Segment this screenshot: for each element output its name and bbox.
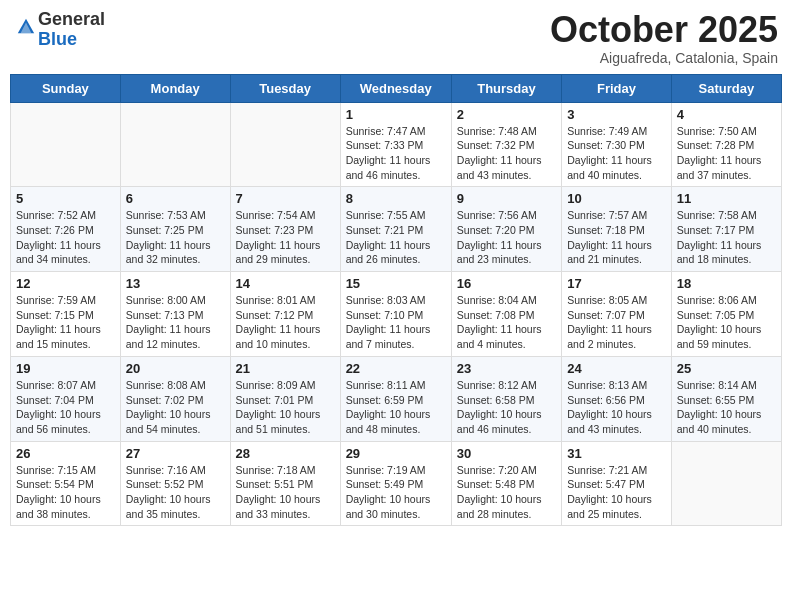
day-info: Sunrise: 7:54 AM Sunset: 7:23 PM Dayligh… bbox=[236, 208, 335, 267]
day-cell: 18Sunrise: 8:06 AM Sunset: 7:05 PM Dayli… bbox=[671, 272, 781, 357]
day-info: Sunrise: 8:14 AM Sunset: 6:55 PM Dayligh… bbox=[677, 378, 776, 437]
week-row-3: 12Sunrise: 7:59 AM Sunset: 7:15 PM Dayli… bbox=[11, 272, 782, 357]
day-cell: 14Sunrise: 8:01 AM Sunset: 7:12 PM Dayli… bbox=[230, 272, 340, 357]
day-cell: 3Sunrise: 7:49 AM Sunset: 7:30 PM Daylig… bbox=[562, 102, 672, 187]
day-info: Sunrise: 7:53 AM Sunset: 7:25 PM Dayligh… bbox=[126, 208, 225, 267]
day-info: Sunrise: 7:57 AM Sunset: 7:18 PM Dayligh… bbox=[567, 208, 666, 267]
day-info: Sunrise: 7:15 AM Sunset: 5:54 PM Dayligh… bbox=[16, 463, 115, 522]
day-info: Sunrise: 8:00 AM Sunset: 7:13 PM Dayligh… bbox=[126, 293, 225, 352]
day-info: Sunrise: 8:05 AM Sunset: 7:07 PM Dayligh… bbox=[567, 293, 666, 352]
day-cell: 8Sunrise: 7:55 AM Sunset: 7:21 PM Daylig… bbox=[340, 187, 451, 272]
weekday-header-saturday: Saturday bbox=[671, 74, 781, 102]
day-info: Sunrise: 7:19 AM Sunset: 5:49 PM Dayligh… bbox=[346, 463, 446, 522]
week-row-2: 5Sunrise: 7:52 AM Sunset: 7:26 PM Daylig… bbox=[11, 187, 782, 272]
day-info: Sunrise: 8:01 AM Sunset: 7:12 PM Dayligh… bbox=[236, 293, 335, 352]
day-number: 24 bbox=[567, 361, 666, 376]
day-cell: 29Sunrise: 7:19 AM Sunset: 5:49 PM Dayli… bbox=[340, 441, 451, 526]
day-cell bbox=[230, 102, 340, 187]
day-info: Sunrise: 7:55 AM Sunset: 7:21 PM Dayligh… bbox=[346, 208, 446, 267]
day-cell: 26Sunrise: 7:15 AM Sunset: 5:54 PM Dayli… bbox=[11, 441, 121, 526]
day-cell: 21Sunrise: 8:09 AM Sunset: 7:01 PM Dayli… bbox=[230, 356, 340, 441]
day-info: Sunrise: 7:20 AM Sunset: 5:48 PM Dayligh… bbox=[457, 463, 556, 522]
day-cell bbox=[11, 102, 121, 187]
day-info: Sunrise: 8:07 AM Sunset: 7:04 PM Dayligh… bbox=[16, 378, 115, 437]
day-number: 18 bbox=[677, 276, 776, 291]
day-number: 28 bbox=[236, 446, 335, 461]
day-cell: 30Sunrise: 7:20 AM Sunset: 5:48 PM Dayli… bbox=[451, 441, 561, 526]
day-cell: 10Sunrise: 7:57 AM Sunset: 7:18 PM Dayli… bbox=[562, 187, 672, 272]
day-cell: 7Sunrise: 7:54 AM Sunset: 7:23 PM Daylig… bbox=[230, 187, 340, 272]
day-number: 25 bbox=[677, 361, 776, 376]
day-number: 29 bbox=[346, 446, 446, 461]
day-number: 5 bbox=[16, 191, 115, 206]
logo: General Blue bbox=[14, 10, 105, 50]
day-number: 7 bbox=[236, 191, 335, 206]
day-info: Sunrise: 8:11 AM Sunset: 6:59 PM Dayligh… bbox=[346, 378, 446, 437]
day-info: Sunrise: 7:52 AM Sunset: 7:26 PM Dayligh… bbox=[16, 208, 115, 267]
logo-general-text: General bbox=[38, 9, 105, 29]
day-info: Sunrise: 7:59 AM Sunset: 7:15 PM Dayligh… bbox=[16, 293, 115, 352]
day-cell: 16Sunrise: 8:04 AM Sunset: 7:08 PM Dayli… bbox=[451, 272, 561, 357]
weekday-header-row: SundayMondayTuesdayWednesdayThursdayFrid… bbox=[11, 74, 782, 102]
day-cell: 5Sunrise: 7:52 AM Sunset: 7:26 PM Daylig… bbox=[11, 187, 121, 272]
week-row-5: 26Sunrise: 7:15 AM Sunset: 5:54 PM Dayli… bbox=[11, 441, 782, 526]
day-cell: 23Sunrise: 8:12 AM Sunset: 6:58 PM Dayli… bbox=[451, 356, 561, 441]
day-number: 13 bbox=[126, 276, 225, 291]
weekday-header-tuesday: Tuesday bbox=[230, 74, 340, 102]
day-info: Sunrise: 8:06 AM Sunset: 7:05 PM Dayligh… bbox=[677, 293, 776, 352]
weekday-header-sunday: Sunday bbox=[11, 74, 121, 102]
day-cell: 4Sunrise: 7:50 AM Sunset: 7:28 PM Daylig… bbox=[671, 102, 781, 187]
day-cell: 12Sunrise: 7:59 AM Sunset: 7:15 PM Dayli… bbox=[11, 272, 121, 357]
day-cell: 19Sunrise: 8:07 AM Sunset: 7:04 PM Dayli… bbox=[11, 356, 121, 441]
weekday-header-wednesday: Wednesday bbox=[340, 74, 451, 102]
day-cell: 20Sunrise: 8:08 AM Sunset: 7:02 PM Dayli… bbox=[120, 356, 230, 441]
week-row-1: 1Sunrise: 7:47 AM Sunset: 7:33 PM Daylig… bbox=[11, 102, 782, 187]
day-number: 23 bbox=[457, 361, 556, 376]
day-number: 8 bbox=[346, 191, 446, 206]
day-number: 16 bbox=[457, 276, 556, 291]
day-number: 14 bbox=[236, 276, 335, 291]
day-number: 19 bbox=[16, 361, 115, 376]
week-row-4: 19Sunrise: 8:07 AM Sunset: 7:04 PM Dayli… bbox=[11, 356, 782, 441]
day-number: 6 bbox=[126, 191, 225, 206]
day-info: Sunrise: 7:48 AM Sunset: 7:32 PM Dayligh… bbox=[457, 124, 556, 183]
day-number: 15 bbox=[346, 276, 446, 291]
day-cell: 27Sunrise: 7:16 AM Sunset: 5:52 PM Dayli… bbox=[120, 441, 230, 526]
day-number: 17 bbox=[567, 276, 666, 291]
day-info: Sunrise: 8:13 AM Sunset: 6:56 PM Dayligh… bbox=[567, 378, 666, 437]
day-number: 3 bbox=[567, 107, 666, 122]
day-number: 20 bbox=[126, 361, 225, 376]
day-cell: 22Sunrise: 8:11 AM Sunset: 6:59 PM Dayli… bbox=[340, 356, 451, 441]
day-cell: 11Sunrise: 7:58 AM Sunset: 7:17 PM Dayli… bbox=[671, 187, 781, 272]
day-info: Sunrise: 7:56 AM Sunset: 7:20 PM Dayligh… bbox=[457, 208, 556, 267]
day-cell: 17Sunrise: 8:05 AM Sunset: 7:07 PM Dayli… bbox=[562, 272, 672, 357]
day-info: Sunrise: 7:50 AM Sunset: 7:28 PM Dayligh… bbox=[677, 124, 776, 183]
day-info: Sunrise: 7:58 AM Sunset: 7:17 PM Dayligh… bbox=[677, 208, 776, 267]
day-cell: 28Sunrise: 7:18 AM Sunset: 5:51 PM Dayli… bbox=[230, 441, 340, 526]
weekday-header-monday: Monday bbox=[120, 74, 230, 102]
day-cell: 1Sunrise: 7:47 AM Sunset: 7:33 PM Daylig… bbox=[340, 102, 451, 187]
day-number: 27 bbox=[126, 446, 225, 461]
page-header: General Blue October 2025 Aiguafreda, Ca… bbox=[10, 10, 782, 66]
day-number: 30 bbox=[457, 446, 556, 461]
day-cell bbox=[120, 102, 230, 187]
day-number: 11 bbox=[677, 191, 776, 206]
day-cell bbox=[671, 441, 781, 526]
calendar-table: SundayMondayTuesdayWednesdayThursdayFrid… bbox=[10, 74, 782, 527]
day-info: Sunrise: 8:08 AM Sunset: 7:02 PM Dayligh… bbox=[126, 378, 225, 437]
day-info: Sunrise: 8:09 AM Sunset: 7:01 PM Dayligh… bbox=[236, 378, 335, 437]
day-number: 10 bbox=[567, 191, 666, 206]
day-info: Sunrise: 8:04 AM Sunset: 7:08 PM Dayligh… bbox=[457, 293, 556, 352]
month-title: October 2025 bbox=[550, 10, 778, 50]
day-info: Sunrise: 8:12 AM Sunset: 6:58 PM Dayligh… bbox=[457, 378, 556, 437]
day-number: 9 bbox=[457, 191, 556, 206]
day-info: Sunrise: 7:49 AM Sunset: 7:30 PM Dayligh… bbox=[567, 124, 666, 183]
weekday-header-thursday: Thursday bbox=[451, 74, 561, 102]
day-info: Sunrise: 7:16 AM Sunset: 5:52 PM Dayligh… bbox=[126, 463, 225, 522]
day-cell: 6Sunrise: 7:53 AM Sunset: 7:25 PM Daylig… bbox=[120, 187, 230, 272]
day-number: 12 bbox=[16, 276, 115, 291]
day-number: 2 bbox=[457, 107, 556, 122]
weekday-header-friday: Friday bbox=[562, 74, 672, 102]
day-cell: 9Sunrise: 7:56 AM Sunset: 7:20 PM Daylig… bbox=[451, 187, 561, 272]
day-cell: 15Sunrise: 8:03 AM Sunset: 7:10 PM Dayli… bbox=[340, 272, 451, 357]
